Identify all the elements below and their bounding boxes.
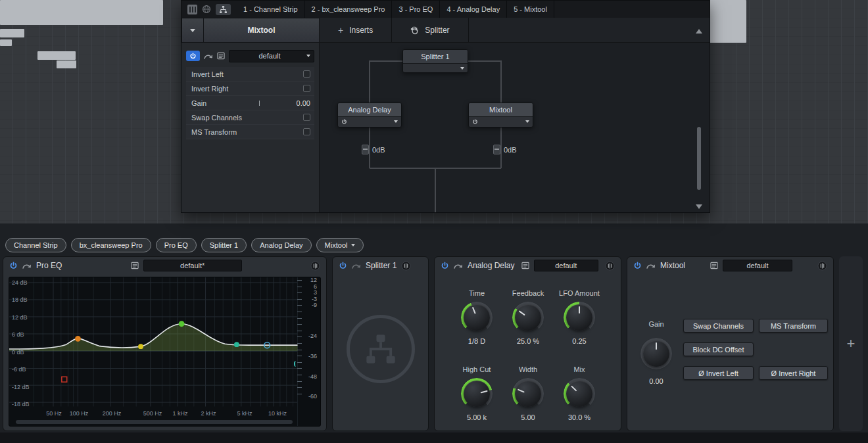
chip-analog-delay[interactable]: Analog Delay [251,238,311,252]
eq-band-handle-red[interactable] [62,377,67,382]
plugin-menu-dropdown[interactable] [182,18,204,42]
branch-gain-left[interactable]: 0dB [362,145,385,154]
midi-note[interactable] [57,60,76,68]
midi-clip[interactable] [0,0,163,25]
block-dc-offset-button[interactable]: Block DC Offset [683,342,754,356]
channel-config-icon[interactable] [310,261,320,271]
chip-mixtool[interactable]: Mixtool [316,238,364,252]
scroll-down-arrow[interactable] [696,204,702,209]
knob-value-high-cut[interactable]: 5.00 k [467,413,487,421]
power-button[interactable] [339,262,347,270]
knob-value-width[interactable]: 5.00 [521,413,535,421]
param-value[interactable]: 0.00 [297,99,310,107]
preset-selector[interactable]: default* [143,260,242,271]
preset-list-icon[interactable] [131,262,139,269]
chip-pro-eq[interactable]: Pro EQ [156,238,197,252]
preset-list-icon[interactable] [521,262,529,269]
graph-node-analog-delay[interactable]: Analog Delay [337,103,402,128]
preset-selector[interactable]: default [723,260,792,271]
midi-note[interactable] [0,39,12,46]
preset-selector[interactable]: default [534,260,598,271]
midi-clip[interactable] [709,0,746,43]
power-button[interactable] [633,262,642,270]
param-row-invert-right[interactable]: Invert Right [186,82,314,96]
globe-icon[interactable] [202,5,211,14]
eq-zoom-scrollbar[interactable] [16,420,293,424]
node-power-icon[interactable] [472,119,478,125]
add-plugin-button[interactable]: + [839,256,863,431]
param-row-invert-left[interactable]: Invert Left [186,67,314,82]
graph-scrollbar[interactable] [694,27,704,211]
node-power-icon[interactable] [341,119,347,125]
toggle-checkbox[interactable] [303,128,310,135]
power-button[interactable] [186,51,200,61]
swap-channels-button[interactable]: Swap Channels [683,319,754,333]
preset-list-icon[interactable] [217,52,225,60]
toggle-checkbox[interactable] [303,114,310,121]
tab-splitter[interactable]: Splitter [392,18,468,42]
time-knob[interactable] [461,302,493,333]
node-dropdown-caret[interactable] [394,120,398,123]
channel-config-icon[interactable] [605,261,615,271]
power-button[interactable] [9,262,18,270]
channel-config-icon[interactable] [817,261,827,271]
mix-knob[interactable] [564,378,595,409]
knob-value-lfo-amount[interactable]: 0.25 [572,337,586,345]
lfo-amount-knob[interactable] [564,302,595,333]
power-button[interactable] [441,262,449,270]
rack-tab-mixtool[interactable]: 5 - Mixtool [507,1,554,18]
chip-channel-strip[interactable]: Channel Strip [5,238,66,252]
node-dropdown-caret[interactable] [460,67,464,70]
gain-knob[interactable] [640,338,672,369]
compare-curve-icon[interactable] [352,262,361,269]
midi-note[interactable] [37,51,76,60]
compare-curve-icon[interactable] [454,262,463,269]
branch-gain-right[interactable]: 0dB [493,145,517,154]
compare-curve-icon[interactable] [22,262,32,269]
parameter-list: Invert Left Invert Right Gain 0.00 Swap … [186,67,314,139]
eq-band-handle-teal[interactable] [234,342,239,347]
knob-value-time[interactable]: 1/8 D [468,337,485,345]
meter-tick-column [297,280,302,400]
knob-value-mix[interactable]: 30.0 % [568,413,591,421]
high-cut-knob[interactable] [461,378,493,409]
scrollbar-thumb[interactable] [697,127,701,190]
compare-curve-icon[interactable] [646,262,656,269]
midi-note[interactable] [0,29,24,37]
knob-value-feedback[interactable]: 25.0 % [517,337,539,345]
toggle-checkbox[interactable] [303,85,310,92]
splitter-tree-icon[interactable] [216,4,231,15]
scroll-up-arrow[interactable] [696,29,702,34]
eq-band-handle-orange[interactable] [75,336,81,342]
rack-view-icon[interactable] [187,5,197,14]
feedback-knob[interactable] [512,302,544,333]
graph-node-splitter[interactable]: Splitter 1 [402,49,468,73]
rack-tab-channel-strip[interactable]: 1 - Channel Strip [237,1,305,18]
tab-inserts[interactable]: + Inserts [320,18,392,42]
chip-splitter-1[interactable]: Splitter 1 [201,238,247,252]
splitter-graph[interactable]: Splitter 1 Analog Delay Mixtool [320,43,710,212]
analog-delay-panel: Analog Delay default Time 1/8 D [434,256,621,431]
eq-band-handle-green[interactable] [179,321,185,327]
invert-right-button[interactable]: Ø Invert Right [759,366,828,380]
rack-tab-pro-eq[interactable]: 3 - Pro EQ [392,1,440,18]
channel-config-icon[interactable] [401,261,411,271]
eq-display[interactable]: 24 dB 18 dB 12 dB 6 dB 0 dB -6 dB -12 dB… [9,277,321,427]
param-row-ms-transform[interactable]: MS Transform [186,125,314,139]
eq-band-handle-yellow[interactable] [138,344,143,349]
node-dropdown-caret[interactable] [525,120,529,123]
rack-tab-bx-cleansweep[interactable]: 2 - bx_cleansweep Pro [305,1,393,18]
preset-list-icon[interactable] [710,262,718,269]
preset-selector[interactable]: default [229,50,314,62]
width-knob[interactable] [512,378,544,409]
toggle-checkbox[interactable] [303,70,310,78]
compare-curve-icon[interactable] [204,53,213,60]
graph-node-mixtool[interactable]: Mixtool [468,103,533,128]
ms-transform-button[interactable]: MS Transform [759,319,828,333]
chip-bx-cleansweep[interactable]: bx_cleansweep Pro [71,238,151,252]
param-row-gain[interactable]: Gain 0.00 [186,96,314,110]
param-row-swap-channels[interactable]: Swap Channels [186,110,314,125]
gain-knob-value[interactable]: 0.00 [649,377,663,385]
invert-left-button[interactable]: Ø Invert Left [683,366,754,380]
rack-tab-analog-delay[interactable]: 4 - Analog Delay [440,1,507,18]
